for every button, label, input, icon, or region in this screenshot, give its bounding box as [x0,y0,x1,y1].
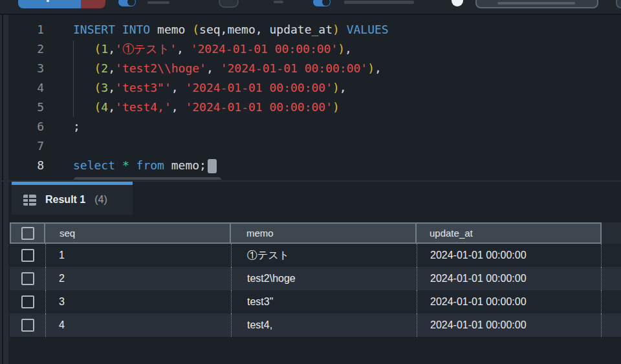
code-line: 5 (4,'test4,', '2024-01-01 00:00:00') [8,98,621,117]
table-body: 1①テスト2024-01-01 00:00:002test2\hoge2024-… [10,244,621,337]
code-line: 4 (3,'test3"', '2024-01-01 00:00:00'), [8,78,621,98]
toggle-knob [127,0,135,6]
row-spacer [601,290,621,314]
column-header-seq: seq [45,224,231,242]
cell-update_at: 2024-01-01 00:00:00 [417,314,601,337]
sql-editor[interactable]: 1INSERT INTO memo (seq,memo, update_at) … [8,15,621,180]
line-number: 6 [8,117,44,136]
select-all-checkbox[interactable] [21,227,34,240]
cell-seq: 2 [45,267,231,290]
table-row: 1①テスト2024-01-01 00:00:00 [10,244,621,267]
column-header-update_at: update_at [417,224,600,242]
row-spacer [601,244,621,267]
toggle-switch-off[interactable] [219,0,239,8]
text-cursor [208,159,217,173]
code-line: 1INSERT INTO memo (seq,memo, update_at) … [8,20,621,39]
row-checkbox[interactable] [21,249,34,262]
clipped-label-remnant [147,1,169,4]
cell-memo: ①テスト [231,244,417,267]
table-header: seqmemoupdate_at [10,222,602,244]
result-tab-label: Result 1 [45,194,85,206]
left-rail [0,15,8,364]
cell-memo: test4, [231,314,417,337]
line-number: 2 [8,39,44,59]
row-checkbox[interactable] [21,272,34,285]
cell-update_at: 2024-01-01 00:00:00 [417,290,601,314]
line-number: 1 [8,20,44,39]
line-number: 9 [8,175,44,180]
code-line: 6; [8,117,621,136]
code-line: 7 [8,136,621,156]
line-number: 4 [8,78,44,98]
header-spacer [602,222,621,244]
selection-highlight: delete from memo; [73,177,222,180]
cell-seq: 1 [45,244,231,267]
result-tab[interactable]: Result 1 (4) [12,182,133,215]
cell-seq: 3 [45,290,231,314]
cell-seq: 4 [45,314,231,337]
row-select-cell [10,290,45,314]
table-row: 4test4,2024-01-01 00:00:00 [10,314,621,337]
cell-memo: test2\hoge [231,267,417,290]
edge-button[interactable] [616,0,621,8]
select-all-cell [11,224,45,242]
clipped-label-remnant [47,0,49,2]
row-spacer [601,314,621,337]
cell-update_at: 2024-01-01 00:00:00 [417,267,601,290]
table-row: 3test3"2024-01-01 00:00:00 [10,290,621,314]
clipped-label-remnant [344,1,414,4]
code-lines: 1INSERT INTO memo (seq,memo, update_at) … [8,20,621,180]
secondary-button[interactable] [475,0,598,8]
row-select-cell [10,314,45,337]
run-button[interactable] [18,0,81,8]
indent-guide [73,41,74,117]
line-number: 5 [8,98,44,117]
toggle-switch[interactable] [116,0,138,8]
cell-update_at: 2024-01-01 00:00:00 [417,244,601,267]
code-line: 9delete from memo; [8,175,621,180]
code-line: 2 (1,'①テスト', '2024-01-01 00:00:00'), [8,39,621,59]
row-checkbox[interactable] [21,295,34,308]
table-icon [23,195,36,206]
clipped-label-remnant [274,1,283,3]
info-icon[interactable] [452,0,463,6]
toggle-knob [322,0,330,6]
row-select-cell [10,267,45,290]
query-editor-page: 1INSERT INTO memo (seq,memo, update_at) … [0,0,621,364]
toolbar [0,0,621,15]
stop-button[interactable] [81,0,105,8]
code-line: 8select * from memo; [8,156,621,175]
code-line: 3 (2,'test2\\hoge', '2024-01-01 00:00:00… [8,59,621,78]
row-checkbox[interactable] [21,319,34,332]
line-number: 3 [8,59,44,78]
run-split-button[interactable] [18,0,105,8]
result-tab-count: (4) [94,194,107,206]
line-number: 8 [8,156,44,175]
line-number: 7 [8,136,44,156]
clipped-label-remnant [497,2,575,5]
column-header-memo: memo [231,224,417,242]
row-spacer [601,267,621,290]
row-select-cell [10,244,45,267]
table-row: 2test2\hoge2024-01-01 00:00:00 [10,267,621,290]
toggle-switch[interactable] [311,0,332,8]
cell-memo: test3" [231,290,417,314]
